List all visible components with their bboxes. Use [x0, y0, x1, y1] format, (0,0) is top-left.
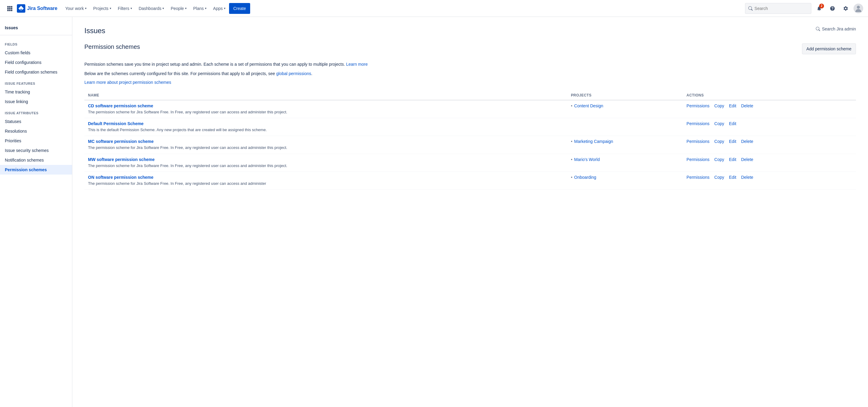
table-row: Default Permission SchemeThis is the def… — [84, 118, 856, 136]
logo-text: Jira Software — [27, 6, 57, 11]
project-link[interactable]: Mario's World — [574, 157, 600, 162]
chevron-icon: ▾ — [205, 7, 207, 10]
action-links: PermissionsCopyEditDelete — [687, 175, 852, 180]
bullet-icon: • — [571, 157, 572, 162]
project-entry: •Marketing Campaign — [571, 139, 679, 144]
action-delete-link[interactable]: Delete — [741, 157, 753, 162]
chevron-icon: ▾ — [85, 7, 87, 10]
action-edit-link[interactable]: Edit — [729, 121, 736, 126]
sidebar-item-field-configurations[interactable]: Field configurations — [0, 58, 72, 67]
scheme-name-link[interactable]: ON software permission scheme — [88, 175, 153, 180]
section-title: Permission schemes — [84, 43, 140, 50]
scheme-name-cell: CD software permission schemeThe permiss… — [84, 100, 567, 118]
logo[interactable]: Jira Software — [17, 4, 57, 13]
search-box[interactable] — [745, 3, 811, 14]
sidebar-item-issue-security-schemes[interactable]: Issue security schemes — [0, 146, 72, 155]
settings-button[interactable] — [840, 3, 851, 14]
svg-rect-1 — [9, 6, 10, 7]
avatar[interactable] — [854, 4, 863, 13]
learn-project-link[interactable]: Learn more about project permission sche… — [84, 80, 171, 85]
nav-projects[interactable]: Projects ▾ — [90, 2, 114, 14]
chevron-icon: ▾ — [162, 7, 164, 10]
sidebar-item-permission-schemes[interactable]: Permission schemes — [0, 165, 72, 175]
nav-plans[interactable]: Plans ▾ — [190, 2, 210, 14]
scheme-actions-cell: PermissionsCopyEditDelete — [683, 100, 856, 118]
notification-badge: 2 — [819, 4, 824, 8]
scheme-description: This is the default Permission Scheme. A… — [88, 127, 564, 133]
scheme-name-link[interactable]: CD software permission scheme — [88, 103, 153, 108]
description-2: Below are the schemes currently configur… — [84, 70, 856, 77]
svg-rect-4 — [9, 8, 10, 9]
project-link[interactable]: Onboarding — [574, 175, 596, 180]
scheme-projects-cell — [567, 118, 683, 136]
action-links: PermissionsCopyEditDelete — [687, 139, 852, 144]
action-edit-link[interactable]: Edit — [729, 175, 736, 180]
nav-filters[interactable]: Filters ▾ — [115, 2, 135, 14]
scheme-name-link[interactable]: Default Permission Scheme — [88, 121, 144, 126]
svg-rect-2 — [11, 6, 12, 7]
create-button[interactable]: Create — [229, 3, 250, 14]
description-1: Permission schemes save you time in proj… — [84, 61, 856, 67]
sidebar-item-time-tracking[interactable]: Time tracking — [0, 87, 72, 97]
action-permissions-link[interactable]: Permissions — [687, 175, 710, 180]
search-jira-admin-link[interactable]: Search Jira admin — [816, 27, 856, 31]
topnav-right: 2 — [745, 3, 863, 14]
scheme-projects-cell: •Marketing Campaign — [567, 136, 683, 154]
action-copy-link[interactable]: Copy — [714, 121, 724, 126]
chevron-icon: ▾ — [110, 7, 111, 10]
scheme-projects-cell: •Onboarding — [567, 171, 683, 189]
sidebar-item-statuses[interactable]: Statuses — [0, 117, 72, 126]
global-permissions-link[interactable]: global permissions — [276, 71, 311, 76]
add-permission-scheme-button[interactable]: Add permission scheme — [802, 43, 856, 54]
action-links: PermissionsCopyEditDelete — [687, 157, 852, 162]
action-edit-link[interactable]: Edit — [729, 157, 736, 162]
nav-your-work[interactable]: Your work ▾ — [62, 2, 90, 14]
action-delete-link[interactable]: Delete — [741, 103, 753, 108]
search-input[interactable] — [754, 6, 808, 11]
col-actions: Actions — [683, 91, 856, 100]
sidebar-main-title: Issues — [0, 22, 72, 33]
action-permissions-link[interactable]: Permissions — [687, 103, 710, 108]
nav-apps[interactable]: Apps ▾ — [210, 2, 228, 14]
svg-point-11 — [857, 6, 860, 9]
page-header-row: Issues Search Jira admin — [84, 27, 856, 36]
action-edit-link[interactable]: Edit — [729, 139, 736, 144]
table-row: MW software permission schemeThe permiss… — [84, 154, 856, 171]
sidebar-item-field-config-schemes[interactable]: Field configuration schemes — [0, 67, 72, 77]
action-delete-link[interactable]: Delete — [741, 139, 753, 144]
bullet-icon: • — [571, 103, 572, 108]
project-link[interactable]: Content Design — [574, 103, 603, 108]
action-permissions-link[interactable]: Permissions — [687, 157, 710, 162]
layout: Issues FIELDS Custom fields Field config… — [0, 17, 868, 407]
sidebar-item-issue-linking[interactable]: Issue linking — [0, 97, 72, 106]
sidebar-item-resolutions[interactable]: Resolutions — [0, 126, 72, 136]
sidebar-item-custom-fields[interactable]: Custom fields — [0, 48, 72, 58]
scheme-description: The permission scheme for Jira Software … — [88, 181, 564, 186]
chevron-icon: ▾ — [185, 7, 187, 10]
action-copy-link[interactable]: Copy — [714, 139, 724, 144]
scheme-name-link[interactable]: MW software permission scheme — [88, 157, 155, 162]
action-permissions-link[interactable]: Permissions — [687, 139, 710, 144]
nav-dashboards[interactable]: Dashboards ▾ — [135, 2, 167, 14]
scheme-name-link[interactable]: MC software permission scheme — [88, 139, 154, 144]
sidebar-item-notification-schemes[interactable]: Notification schemes — [0, 155, 72, 165]
action-edit-link[interactable]: Edit — [729, 103, 736, 108]
table-row: CD software permission schemeThe permiss… — [84, 100, 856, 118]
bullet-icon: • — [571, 139, 572, 144]
action-permissions-link[interactable]: Permissions — [687, 121, 710, 126]
top-navigation: Jira Software Your work ▾ Projects ▾ Fil… — [0, 0, 868, 17]
notifications-button[interactable]: 2 — [814, 3, 825, 14]
grid-icon[interactable] — [5, 4, 14, 13]
scheme-name-cell: Default Permission SchemeThis is the def… — [84, 118, 567, 136]
help-button[interactable] — [827, 3, 838, 14]
nav-people[interactable]: People ▾ — [167, 2, 190, 14]
col-projects: Projects — [567, 91, 683, 100]
action-copy-link[interactable]: Copy — [714, 103, 724, 108]
table-row: ON software permission schemeThe permiss… — [84, 171, 856, 189]
sidebar-item-priorities[interactable]: Priorities — [0, 136, 72, 146]
action-copy-link[interactable]: Copy — [714, 157, 724, 162]
learn-more-link[interactable]: Learn more — [346, 62, 368, 67]
action-delete-link[interactable]: Delete — [741, 175, 753, 180]
project-link[interactable]: Marketing Campaign — [574, 139, 613, 144]
action-copy-link[interactable]: Copy — [714, 175, 724, 180]
